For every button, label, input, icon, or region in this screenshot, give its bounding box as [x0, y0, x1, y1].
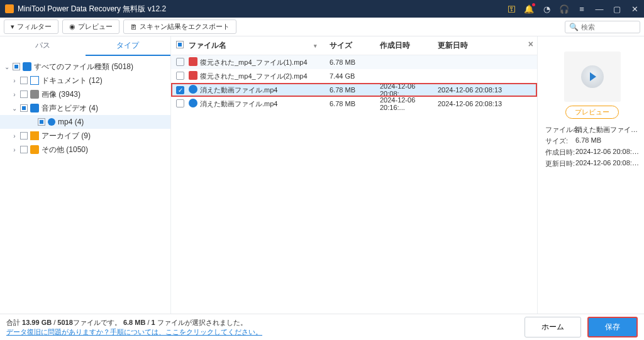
- row-cdate: 2024-12-06 20:08:...: [380, 82, 438, 97]
- maximize-icon[interactable]: ▢: [613, 4, 621, 13]
- image-icon: [30, 90, 39, 99]
- document-icon: [30, 76, 39, 85]
- header-checkbox[interactable]: [176, 41, 184, 48]
- checkbox[interactable]: [20, 104, 28, 112]
- app-logo-icon: [5, 4, 14, 13]
- archive-icon: [30, 131, 39, 140]
- checkbox[interactable]: [20, 146, 28, 153]
- row-checkbox[interactable]: ✓: [176, 86, 184, 94]
- sidebar-tabs: パス タイプ: [0, 36, 170, 56]
- mp4-icon: [48, 118, 55, 126]
- meta-mdate-label: 更新日時:: [545, 159, 575, 168]
- toggle-icon[interactable]: ›: [11, 77, 18, 84]
- tree-label: ドキュメント (12): [42, 75, 103, 86]
- sum-total-files: 5018: [57, 319, 72, 326]
- toggle-icon[interactable]: ›: [11, 91, 18, 98]
- row-name: 復元された_mp4_ファイル(1).mp4: [200, 58, 330, 67]
- table-row[interactable]: ✓消えた動画ファイル.mp46.78 MB2024-12-06 20:08:..…: [171, 83, 537, 97]
- tree-doc[interactable]: › ドキュメント (12): [0, 74, 170, 87]
- meta-size-value: 6.78 MB: [575, 136, 639, 146]
- titlebar-system-icons: ⚿ 🔔 ◔ 🎧 ≡ — ▢ ✕: [507, 4, 639, 13]
- meta-name-value: 消えた動画ファイル.mp4: [575, 125, 639, 134]
- tree-label: mp4 (4): [58, 118, 84, 126]
- meta-cdate-value: 2024-12-06 20:08:29: [575, 148, 639, 157]
- toggle-icon[interactable]: ⌄: [11, 105, 18, 112]
- table-row[interactable]: 復元された_mp4_ファイル(1).mp46.78 MB: [171, 55, 537, 69]
- meta-mdate-value: 2024-12-06 20:08:13: [575, 159, 639, 168]
- eye-icon: ◉: [69, 23, 75, 31]
- col-cdate[interactable]: 作成日時: [380, 40, 438, 51]
- filter-label: フィルター: [17, 22, 52, 31]
- meta-size-label: サイズ:: [545, 136, 575, 146]
- sum-total-size: 13.99 GB: [22, 319, 52, 326]
- table-row[interactable]: 復元された_mp4_ファイル(2).mp47.44 GB: [171, 69, 537, 83]
- file-type-icon: [189, 99, 197, 107]
- row-name: 復元された_mp4_ファイル(2).mp4: [200, 72, 330, 81]
- checkbox[interactable]: [20, 77, 28, 84]
- tree-oth[interactable]: › その他 (1050): [0, 143, 170, 156]
- file-type-icon: [189, 71, 197, 80]
- preview-button[interactable]: ◉プレビュー: [62, 19, 119, 34]
- close-icon[interactable]: ✕: [630, 4, 639, 13]
- tree-label: 音声とビデオ (4): [42, 103, 98, 114]
- headset-icon[interactable]: 🎧: [560, 4, 569, 13]
- detail-panel: プレビュー ファイル名:消えた動画ファイル.mp4 サイズ:6.78 MB 作成…: [537, 36, 644, 314]
- row-checkbox[interactable]: [176, 72, 184, 80]
- filter-button[interactable]: ▾フィルター: [4, 19, 58, 34]
- col-name[interactable]: ファイル名: [189, 40, 226, 51]
- footer-summary: 合計 13.99 GB / 5018ファイルです。 6.8 MB / 1 ファイ…: [6, 318, 262, 336]
- minimize-icon[interactable]: —: [595, 4, 604, 13]
- row-checkbox[interactable]: [176, 99, 184, 107]
- sum-prefix: 合計: [6, 319, 22, 326]
- checkbox[interactable]: [20, 90, 28, 98]
- home-button[interactable]: ホーム: [525, 317, 581, 337]
- key-icon[interactable]: ⚿: [507, 4, 516, 13]
- col-size[interactable]: サイズ: [330, 40, 380, 51]
- tab-type[interactable]: タイプ: [86, 36, 171, 56]
- row-size: 6.78 MB: [330, 100, 380, 107]
- toggle-icon[interactable]: ⌄: [4, 63, 10, 70]
- clock-icon[interactable]: ◔: [542, 4, 551, 13]
- main-body: パス タイプ ⌄ すべてのファイル種類 (5018) › ドキュメント (12)…: [0, 36, 644, 314]
- tree-mp4[interactable]: mp4 (4): [0, 115, 170, 129]
- table-row[interactable]: 消えた動画ファイル.mp46.78 MB2024-12-06 20:16:...…: [171, 97, 537, 111]
- row-name: 消えた動画ファイル.mp4: [200, 99, 330, 109]
- thumbnail: [564, 52, 621, 102]
- tree-img[interactable]: › 画像 (3943): [0, 87, 170, 101]
- row-size: 6.78 MB: [330, 86, 380, 94]
- tab-path[interactable]: パス: [0, 36, 86, 56]
- row-checkbox[interactable]: [176, 58, 184, 66]
- toggle-icon[interactable]: ›: [11, 146, 18, 153]
- file-type-icon: [189, 85, 197, 94]
- search-input[interactable]: [581, 23, 638, 31]
- col-mdate[interactable]: 更新日時: [438, 40, 537, 51]
- menu-icon[interactable]: ≡: [577, 4, 586, 13]
- tree-label: すべてのファイル種類 (5018): [34, 62, 133, 72]
- app-title: MiniTool Power Data Recovery 無料版 v12.2: [18, 4, 507, 14]
- other-icon: [30, 145, 39, 154]
- close-detail-icon[interactable]: ×: [528, 39, 533, 49]
- toggle-icon[interactable]: ›: [11, 133, 18, 140]
- checkbox[interactable]: [13, 63, 20, 70]
- help-link[interactable]: データ復旧に問題がありますか？手順については、ここをクリックしてください。: [6, 327, 262, 336]
- export-button[interactable]: 🖹スキャン結果をエクスポート: [123, 19, 236, 34]
- sort-icon[interactable]: ▾: [314, 43, 317, 49]
- search-icon: 🔍: [569, 23, 579, 31]
- export-label: スキャン結果をエクスポート: [140, 22, 230, 31]
- detail-preview-button[interactable]: プレビュー: [565, 106, 619, 119]
- bell-icon[interactable]: 🔔: [525, 4, 533, 13]
- list-body: 復元された_mp4_ファイル(1).mp46.78 MB復元された_mp4_ファ…: [171, 55, 537, 111]
- tree-av[interactable]: ⌄ 音声とビデオ (4): [0, 101, 170, 115]
- detail-meta: ファイル名:消えた動画ファイル.mp4 サイズ:6.78 MB 作成日時:202…: [545, 125, 639, 170]
- checkbox[interactable]: [20, 132, 28, 140]
- sidebar: パス タイプ ⌄ すべてのファイル種類 (5018) › ドキュメント (12)…: [0, 36, 171, 314]
- row-mdate: 2024-12-06 20:08:13: [438, 86, 537, 94]
- list-header: ファイル名▾ サイズ 作成日時 更新日時 ×: [171, 36, 537, 55]
- sum-sel-size: 6.8 MB: [123, 319, 145, 326]
- save-button[interactable]: 保存: [587, 317, 638, 337]
- export-icon: 🖹: [130, 23, 137, 31]
- tree-arc[interactable]: › アーカイブ (9): [0, 129, 170, 143]
- checkbox[interactable]: [38, 118, 45, 126]
- tree-root[interactable]: ⌄ すべてのファイル種類 (5018): [0, 60, 170, 74]
- search-box[interactable]: 🔍: [565, 21, 640, 33]
